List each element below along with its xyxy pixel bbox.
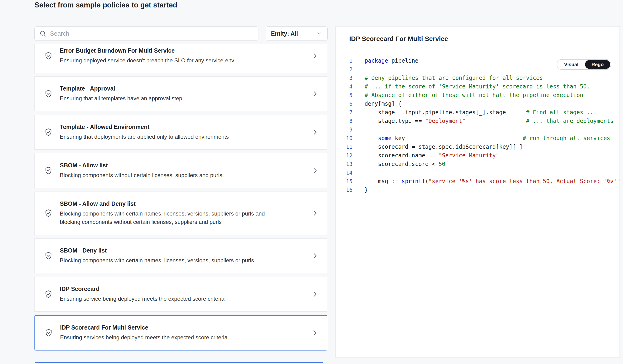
toggle-visual-button[interactable]: Visual [557,60,585,69]
line-number: 2 [336,66,353,72]
policy-list: Error Budget Burndown For Multi ServiceE… [34,44,327,354]
chevron-right-icon [311,290,319,298]
code-line: 3# Deny pipelines that are configured fo… [336,74,620,82]
line-number: 10 [336,135,353,141]
shield-check-icon [44,251,53,260]
search-icon [39,30,46,37]
code-line: 4# ... if the score of 'Service Maturity… [336,82,620,91]
code-line: 14 [336,168,620,177]
line-number: 16 [336,187,353,193]
shield-check-icon [44,290,53,299]
code-line-content: scorecard.score < 50 [365,161,620,167]
policy-title: Template - Approval [60,85,304,92]
chevron-right-icon [311,167,319,174]
shield-check-icon [44,89,53,98]
line-number: 12 [336,152,353,158]
shield-check-icon [44,166,53,175]
policy-list-item[interactable]: Template - ApprovalEnsuring that all tem… [34,76,327,111]
entity-filter-label: Entity: All [271,30,298,37]
policy-list-item[interactable]: SBOM - Deny listBlocking components with… [34,238,327,273]
code-line: 10 some key # run through all services [336,134,620,142]
chevron-right-icon [311,252,319,259]
search-input-wrapper[interactable] [34,26,258,41]
code-line: 12 scorecard.name == "Service Maturity" [336,151,620,160]
chevron-right-icon [311,90,319,98]
line-number: 3 [336,75,353,81]
code-line: 15 msg := sprintf("service '%s' has scor… [336,177,620,186]
code-line-content: # ... if the score of 'Service Maturity'… [365,83,620,90]
policy-description: Blocking components without certain lice… [60,171,269,179]
shield-check-icon [44,51,53,60]
line-number: 4 [336,84,353,90]
code-line-content: # Absence of either of these will not ha… [365,92,620,98]
shield-check-icon [44,328,53,337]
code-line-content: scorecard.name == "Service Maturity" [365,152,620,159]
code-line-content: stage = input.pipeline.stages[_].stage #… [365,109,620,116]
preview-title: IDP Scorecard For Multi Service [336,26,620,51]
code-line-content: # Deny pipelines that are configured for… [365,75,620,81]
page-title: Select from sample policies to get start… [34,1,177,9]
code-line-content: deny[msg] { [365,101,620,107]
code-line-content: scorecard = stage.spec.idpScorecard[key]… [365,144,620,150]
line-number: 7 [336,109,353,115]
policy-item-text: Template - Allowed EnvironmentEnsuring t… [60,123,304,141]
policy-description: Blocking components with certain names, … [60,256,269,265]
policy-item-text: SBOM - Deny listBlocking components with… [60,247,304,265]
line-number: 14 [336,170,353,176]
code-line-content: stage.type == "Deployment" # ... that ar… [365,118,620,124]
line-number: 9 [336,127,353,133]
policy-list-item[interactable]: SBOM - Allow and Deny listBlocking compo… [34,192,327,235]
code-line: 9 [336,125,620,134]
policy-title: Error Budget Burndown For Multi Service [60,47,304,54]
policy-item-text: IDP ScorecardEnsuring service being depl… [60,285,304,303]
policy-item-text: IDP Scorecard For Multi ServiceEnsuring … [60,324,304,342]
code-line: 8 stage.type == "Deployment" # ... that … [336,117,620,125]
line-number: 11 [336,144,353,150]
code-line: 6deny[msg] { [336,99,620,108]
policy-list-item[interactable]: Template - Allowed EnvironmentEnsuring t… [34,115,327,150]
policy-item-text: SBOM - Allow and Deny listBlocking compo… [60,200,304,226]
shield-check-icon [44,209,53,218]
shield-check-icon [44,128,53,137]
line-number: 8 [336,118,353,124]
chevron-right-icon [311,329,318,337]
code-line: 7 stage = input.pipeline.stages[_].stage… [336,108,620,117]
policy-description: Ensuring that all templates have an appr… [60,94,269,103]
code-lines: 1package pipeline23# Deny pipelines that… [336,56,620,194]
search-input[interactable] [50,30,254,37]
policy-title: SBOM - Allow list [60,162,304,169]
code-editor: Visual Rego 1package pipeline23# Deny pi… [336,51,620,194]
view-toggle: Visual Rego [557,59,611,70]
entity-filter-dropdown[interactable]: Entity: All [266,26,328,41]
policy-list-item[interactable]: Error Budget Burndown For Multi ServiceE… [34,44,327,73]
policy-list-item[interactable]: IDP Scorecard For Multi ServiceEnsuring … [34,315,327,350]
chevron-down-icon [316,30,322,37]
policy-list-item[interactable]: IDP ScorecardEnsuring service being depl… [34,277,327,312]
policy-title: SBOM - Deny list [60,247,304,254]
policy-title: Template - Allowed Environment [60,123,304,130]
line-number: 13 [336,161,353,167]
policy-title: IDP Scorecard [60,285,304,293]
line-number: 5 [336,92,353,98]
bottom-accent-line [35,362,323,363]
policy-title: SBOM - Allow and Deny list [60,200,304,207]
code-line-content: msg := sprintf("service '%s' has score l… [365,178,620,185]
code-line: 16} [336,186,620,194]
policy-item-text: SBOM - Allow listBlocking components wit… [60,162,304,179]
policy-description: Blocking components with certain names, … [60,210,269,226]
policy-description: Ensuring service being deployed meets th… [60,295,269,303]
policy-description: Ensuring that deployments are applied on… [60,133,269,141]
line-number: 6 [336,101,353,107]
code-line-content: } [365,187,620,193]
code-line: 11 scorecard = stage.spec.idpScorecard[k… [336,142,620,151]
policy-description: Ensuring services being deployed meets t… [60,333,269,342]
line-number: 1 [336,58,353,64]
code-line: 5# Absence of either of these will not h… [336,91,620,99]
code-line-content: some key # run through all services [365,135,620,142]
policy-preview-panel: IDP Scorecard For Multi Service Visual R… [335,26,620,358]
policy-description: Ensuring deployed service doesn't breach… [60,56,269,65]
code-line: 13 scorecard.score < 50 [336,160,620,168]
chevron-right-icon [311,128,319,136]
toggle-rego-button[interactable]: Rego [585,60,610,69]
policy-list-item[interactable]: SBOM - Allow listBlocking components wit… [34,153,327,188]
